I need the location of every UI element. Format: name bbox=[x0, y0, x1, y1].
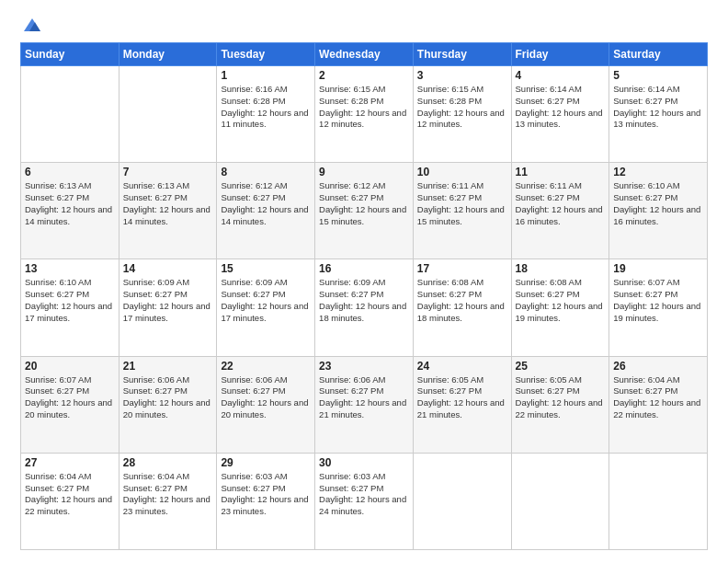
day-info: Sunrise: 6:13 AM Sunset: 6:27 PM Dayligh… bbox=[123, 180, 213, 227]
logo-icon bbox=[22, 17, 42, 33]
day-info: Sunrise: 6:08 AM Sunset: 6:27 PM Dayligh… bbox=[516, 277, 606, 324]
calendar-cell: 28Sunrise: 6:04 AM Sunset: 6:27 PM Dayli… bbox=[119, 453, 217, 549]
day-info: Sunrise: 6:16 AM Sunset: 6:28 PM Dayligh… bbox=[221, 84, 311, 131]
day-number: 5 bbox=[613, 69, 703, 82]
calendar-cell: 15Sunrise: 6:09 AM Sunset: 6:27 PM Dayli… bbox=[217, 259, 315, 356]
day-number: 9 bbox=[319, 166, 409, 178]
day-info: Sunrise: 6:06 AM Sunset: 6:27 PM Dayligh… bbox=[319, 374, 409, 421]
calendar-cell: 18Sunrise: 6:08 AM Sunset: 6:27 PM Dayli… bbox=[511, 259, 609, 356]
col-header-saturday: Saturday bbox=[609, 43, 708, 66]
calendar-week-5: 27Sunrise: 6:04 AM Sunset: 6:27 PM Dayli… bbox=[21, 453, 708, 549]
calendar-cell: 10Sunrise: 6:11 AM Sunset: 6:27 PM Dayli… bbox=[413, 163, 511, 259]
day-info: Sunrise: 6:03 AM Sunset: 6:27 PM Dayligh… bbox=[319, 471, 409, 518]
day-info: Sunrise: 6:07 AM Sunset: 6:27 PM Dayligh… bbox=[25, 374, 115, 421]
calendar-week-2: 6Sunrise: 6:13 AM Sunset: 6:27 PM Daylig… bbox=[21, 163, 708, 259]
day-number: 29 bbox=[221, 456, 311, 469]
calendar-cell: 5Sunrise: 6:14 AM Sunset: 6:27 PM Daylig… bbox=[609, 66, 708, 163]
calendar-cell: 26Sunrise: 6:04 AM Sunset: 6:27 PM Dayli… bbox=[609, 356, 708, 453]
day-info: Sunrise: 6:12 AM Sunset: 6:27 PM Dayligh… bbox=[221, 180, 311, 227]
day-number: 13 bbox=[25, 262, 115, 275]
day-number: 1 bbox=[221, 69, 311, 82]
day-number: 23 bbox=[319, 360, 409, 373]
calendar-cell bbox=[511, 453, 609, 549]
day-number: 24 bbox=[417, 360, 507, 373]
calendar-cell: 2Sunrise: 6:15 AM Sunset: 6:28 PM Daylig… bbox=[315, 66, 414, 163]
day-info: Sunrise: 6:07 AM Sunset: 6:27 PM Dayligh… bbox=[613, 277, 703, 324]
calendar-cell bbox=[119, 66, 217, 163]
day-info: Sunrise: 6:05 AM Sunset: 6:27 PM Dayligh… bbox=[417, 374, 507, 421]
col-header-monday: Monday bbox=[119, 43, 217, 66]
day-number: 2 bbox=[319, 69, 409, 82]
calendar-cell: 21Sunrise: 6:06 AM Sunset: 6:27 PM Dayli… bbox=[119, 356, 217, 453]
day-number: 7 bbox=[123, 166, 213, 178]
calendar-cell: 27Sunrise: 6:04 AM Sunset: 6:27 PM Dayli… bbox=[21, 453, 119, 549]
day-info: Sunrise: 6:05 AM Sunset: 6:27 PM Dayligh… bbox=[516, 374, 606, 421]
day-info: Sunrise: 6:06 AM Sunset: 6:27 PM Dayligh… bbox=[123, 374, 213, 421]
calendar-cell: 13Sunrise: 6:10 AM Sunset: 6:27 PM Dayli… bbox=[21, 259, 119, 356]
day-info: Sunrise: 6:04 AM Sunset: 6:27 PM Dayligh… bbox=[123, 471, 213, 518]
calendar-week-1: 1Sunrise: 6:16 AM Sunset: 6:28 PM Daylig… bbox=[21, 66, 708, 163]
calendar-cell: 4Sunrise: 6:14 AM Sunset: 6:27 PM Daylig… bbox=[511, 66, 609, 163]
header bbox=[20, 17, 708, 33]
calendar-cell: 11Sunrise: 6:11 AM Sunset: 6:27 PM Dayli… bbox=[511, 163, 609, 259]
col-header-tuesday: Tuesday bbox=[217, 43, 315, 66]
calendar-cell: 23Sunrise: 6:06 AM Sunset: 6:27 PM Dayli… bbox=[315, 356, 414, 453]
day-number: 21 bbox=[123, 360, 213, 373]
calendar-cell: 22Sunrise: 6:06 AM Sunset: 6:27 PM Dayli… bbox=[217, 356, 315, 453]
day-info: Sunrise: 6:10 AM Sunset: 6:27 PM Dayligh… bbox=[25, 277, 115, 324]
day-number: 4 bbox=[516, 69, 606, 82]
calendar-cell: 17Sunrise: 6:08 AM Sunset: 6:27 PM Dayli… bbox=[413, 259, 511, 356]
day-info: Sunrise: 6:12 AM Sunset: 6:27 PM Dayligh… bbox=[319, 180, 409, 227]
day-number: 11 bbox=[516, 166, 606, 178]
col-header-thursday: Thursday bbox=[413, 43, 511, 66]
calendar-header-row: SundayMondayTuesdayWednesdayThursdayFrid… bbox=[21, 43, 708, 66]
calendar-cell: 8Sunrise: 6:12 AM Sunset: 6:27 PM Daylig… bbox=[217, 163, 315, 259]
day-number: 14 bbox=[123, 262, 213, 275]
logo bbox=[20, 17, 42, 33]
day-info: Sunrise: 6:10 AM Sunset: 6:27 PM Dayligh… bbox=[613, 180, 703, 227]
day-number: 26 bbox=[613, 360, 703, 373]
day-number: 10 bbox=[417, 166, 507, 178]
calendar-cell bbox=[413, 453, 511, 549]
day-info: Sunrise: 6:04 AM Sunset: 6:27 PM Dayligh… bbox=[613, 374, 703, 421]
day-number: 12 bbox=[613, 166, 703, 178]
calendar-week-4: 20Sunrise: 6:07 AM Sunset: 6:27 PM Dayli… bbox=[21, 356, 708, 453]
day-number: 30 bbox=[319, 456, 409, 469]
day-info: Sunrise: 6:14 AM Sunset: 6:27 PM Dayligh… bbox=[516, 84, 606, 131]
calendar-cell: 30Sunrise: 6:03 AM Sunset: 6:27 PM Dayli… bbox=[315, 453, 414, 549]
calendar-cell: 3Sunrise: 6:15 AM Sunset: 6:28 PM Daylig… bbox=[413, 66, 511, 163]
day-number: 20 bbox=[25, 360, 115, 373]
calendar-cell: 9Sunrise: 6:12 AM Sunset: 6:27 PM Daylig… bbox=[315, 163, 414, 259]
page: SundayMondayTuesdayWednesdayThursdayFrid… bbox=[0, 0, 728, 563]
day-info: Sunrise: 6:06 AM Sunset: 6:27 PM Dayligh… bbox=[221, 374, 311, 421]
day-info: Sunrise: 6:11 AM Sunset: 6:27 PM Dayligh… bbox=[516, 180, 606, 227]
day-number: 25 bbox=[516, 360, 606, 373]
day-info: Sunrise: 6:08 AM Sunset: 6:27 PM Dayligh… bbox=[417, 277, 507, 324]
day-number: 3 bbox=[417, 69, 507, 82]
col-header-wednesday: Wednesday bbox=[315, 43, 414, 66]
calendar-cell bbox=[21, 66, 119, 163]
calendar-cell bbox=[609, 453, 708, 549]
day-info: Sunrise: 6:14 AM Sunset: 6:27 PM Dayligh… bbox=[613, 84, 703, 131]
day-info: Sunrise: 6:11 AM Sunset: 6:27 PM Dayligh… bbox=[417, 180, 507, 227]
day-number: 16 bbox=[319, 262, 409, 275]
logo-text bbox=[20, 17, 42, 33]
day-info: Sunrise: 6:09 AM Sunset: 6:27 PM Dayligh… bbox=[319, 277, 409, 324]
day-info: Sunrise: 6:13 AM Sunset: 6:27 PM Dayligh… bbox=[25, 180, 115, 227]
calendar-cell: 1Sunrise: 6:16 AM Sunset: 6:28 PM Daylig… bbox=[217, 66, 315, 163]
calendar-cell: 6Sunrise: 6:13 AM Sunset: 6:27 PM Daylig… bbox=[21, 163, 119, 259]
day-info: Sunrise: 6:15 AM Sunset: 6:28 PM Dayligh… bbox=[417, 84, 507, 131]
day-number: 8 bbox=[221, 166, 311, 178]
day-number: 17 bbox=[417, 262, 507, 275]
day-number: 18 bbox=[516, 262, 606, 275]
day-info: Sunrise: 6:04 AM Sunset: 6:27 PM Dayligh… bbox=[25, 471, 115, 518]
calendar-cell: 29Sunrise: 6:03 AM Sunset: 6:27 PM Dayli… bbox=[217, 453, 315, 549]
day-number: 15 bbox=[221, 262, 311, 275]
col-header-sunday: Sunday bbox=[21, 43, 119, 66]
calendar-cell: 19Sunrise: 6:07 AM Sunset: 6:27 PM Dayli… bbox=[609, 259, 708, 356]
calendar-cell: 20Sunrise: 6:07 AM Sunset: 6:27 PM Dayli… bbox=[21, 356, 119, 453]
day-number: 28 bbox=[123, 456, 213, 469]
day-number: 19 bbox=[613, 262, 703, 275]
day-number: 27 bbox=[25, 456, 115, 469]
col-header-friday: Friday bbox=[511, 43, 609, 66]
